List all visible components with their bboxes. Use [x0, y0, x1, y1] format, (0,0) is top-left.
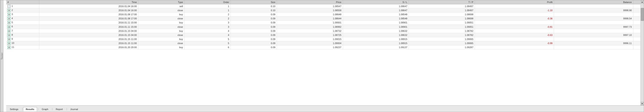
cell-sl: 1.08915	[343, 37, 409, 41]
cell-price: 1.08992	[277, 25, 343, 29]
cell-type: buy	[138, 13, 184, 17]
cell-tp: 1.08782	[409, 33, 475, 37]
tab-settings[interactable]: Settings	[7, 107, 21, 111]
col-header-size: Size	[230, 0, 277, 4]
cell-price: 1.08644	[277, 17, 343, 21]
table-row[interactable]: ⊞ 9 2016.01.15 11:00 buy 5 0.09 1.09015 …	[6, 37, 644, 41]
row-icon-buy: ⊞	[8, 38, 10, 41]
cell-sl: 1.08647	[343, 8, 409, 13]
table-row[interactable]: ⊞ 10 2016.01.15 11:00 close 5 0.09 1.090…	[6, 41, 644, 45]
cell-price: 1.08558	[277, 8, 343, 13]
cell-hash: ⊞ 5	[6, 21, 39, 25]
cell-time: 2016.01.20 20:00	[39, 45, 138, 49]
cell-size: 0.10	[230, 4, 277, 8]
cell-type: close	[138, 33, 184, 37]
col-header-profit: Profit	[475, 0, 554, 4]
cell-tp: 1.08497	[409, 4, 475, 8]
col-header-type: Type	[138, 0, 184, 4]
table-row[interactable]: ⊞ 7 2016.01.15 04:00 buy 4 0.09 1.08732 …	[6, 29, 644, 33]
tab-separator: |	[22, 108, 23, 110]
cell-size: 0.09	[230, 29, 277, 33]
cell-size: 0.09	[230, 45, 277, 49]
tester-label: Tester	[0, 0, 4, 112]
cell-balance: 9998.54	[554, 17, 633, 21]
col-header-sl: S / L	[343, 0, 409, 4]
cell-hash: ⊞ 7	[6, 29, 39, 33]
cell-balance	[554, 45, 633, 49]
tab-journal[interactable]: Journal	[68, 107, 81, 111]
cell-price: 1.08547	[277, 4, 343, 8]
cell-time: 2016.01.08 17:00	[39, 17, 138, 21]
tab-separator: |	[38, 108, 38, 110]
cell-sl: 1.08915	[343, 41, 409, 45]
scroll-thumb[interactable]	[641, 8, 644, 21]
cell-tp: 1.09065	[409, 37, 475, 41]
cell-size: 0.10	[230, 8, 277, 13]
cell-type: close	[138, 41, 184, 45]
cell-type: close	[138, 8, 184, 13]
tab-results[interactable]: Results	[23, 107, 37, 111]
cell-type: buy	[138, 21, 184, 25]
cell-price: 1.08732	[277, 29, 343, 33]
cell-sl: 1.08632	[343, 33, 409, 37]
col-header-tp: T / P	[409, 0, 475, 4]
cell-time: 2016.01.15 11:00	[39, 41, 138, 45]
cell-order: 1	[184, 8, 230, 13]
cell-time: 2016.01.11 15:00	[39, 21, 138, 25]
cell-order: 1	[184, 4, 230, 8]
cell-tp: 1.09051	[409, 25, 475, 29]
cell-hash: ⊞ 10	[6, 41, 39, 45]
col-header-order: Order	[184, 0, 230, 4]
row-icon-sell: 📄	[8, 5, 10, 8]
cell-tp: 1.08698	[409, 17, 475, 21]
scroll-up-arrow[interactable]: ▲	[641, 0, 644, 4]
row-icon-buy: ⊞	[8, 29, 10, 32]
cell-time: 2016.01.15 04:00	[39, 33, 138, 37]
cell-size: 0.09	[230, 41, 277, 45]
cell-order: 2	[184, 17, 230, 21]
cell-balance	[554, 37, 633, 41]
cell-balance	[554, 21, 633, 25]
cell-tp: 1.08782	[409, 29, 475, 33]
cell-time: 2016.01.11 15:00	[39, 25, 138, 29]
cell-size: 0.09	[230, 21, 277, 25]
row-icon-close: ⊞	[8, 34, 10, 37]
cell-type: sell	[138, 4, 184, 8]
table-row[interactable]: ⊞ 5 2016.01.11 15:00 buy 3 0.09 1.09001 …	[6, 21, 644, 25]
scroll-down-arrow[interactable]: ▼	[641, 102, 644, 105]
cell-hash: ⊞ 2	[6, 8, 39, 13]
cell-sl: 1.08901	[343, 21, 409, 25]
cell-tp: 1.09051	[409, 21, 475, 25]
cell-balance: 9998.90	[554, 8, 633, 13]
cell-order: 4	[184, 29, 230, 33]
row-icon-close: ⊞	[8, 17, 10, 20]
cell-profit	[475, 37, 554, 41]
vertical-scrollbar[interactable]: ▲ ▼	[640, 0, 644, 105]
table-row[interactable]: 📄 1 2016.01.04 16:00 sell 1 0.10 1.08547…	[6, 4, 644, 8]
cell-balance: 9997.73	[554, 25, 633, 29]
tab-separator: |	[66, 108, 67, 110]
cell-profit: -0.63	[475, 33, 554, 37]
tab-graph[interactable]: Graph	[39, 107, 51, 111]
row-icon-close: ⊞	[8, 25, 10, 28]
table-row[interactable]: ⊞ 4 2016.01.08 17:00 close 2 0.09 1.0864…	[6, 17, 644, 21]
results-table-area: # Time Type Order Size Price S / L T / P…	[6, 0, 644, 105]
cell-hash: ⊞ 9	[6, 37, 39, 41]
table-row[interactable]: ⊞ 3 2016.01.08 17:00 buy 2 0.09 1.08648 …	[6, 13, 644, 17]
cell-order: 4	[184, 33, 230, 37]
cell-tp: 1.09287	[409, 45, 475, 49]
table-row[interactable]: ⊞ 8 2016.01.15 04:00 close 4 0.09 1.0872…	[6, 33, 644, 37]
cell-type: close	[138, 25, 184, 29]
row-icon-buy: ⊞	[8, 46, 10, 49]
tab-report[interactable]: Report	[53, 107, 66, 111]
cell-time: 2016.01.04 16:00	[39, 4, 138, 8]
table-row[interactable]: ⊞ 11 2016.01.20 20:00 buy 6 0.09 1.09237…	[6, 45, 644, 49]
cell-price: 1.08725	[277, 33, 343, 37]
table-row[interactable]: ⊞ 6 2016.01.11 15:00 close 3 0.09 1.0899…	[6, 25, 644, 29]
cell-size: 0.09	[230, 17, 277, 21]
table-body: 📄 1 2016.01.04 16:00 sell 1 0.10 1.08547…	[6, 4, 644, 49]
table-row[interactable]: ⊞ 2 2016.01.04 16:00 close 1 0.10 1.0855…	[6, 8, 644, 13]
col-header-balance: Balance	[554, 0, 633, 4]
col-header-hash: #	[6, 0, 39, 4]
cell-hash: ⊞ 6	[6, 25, 39, 29]
